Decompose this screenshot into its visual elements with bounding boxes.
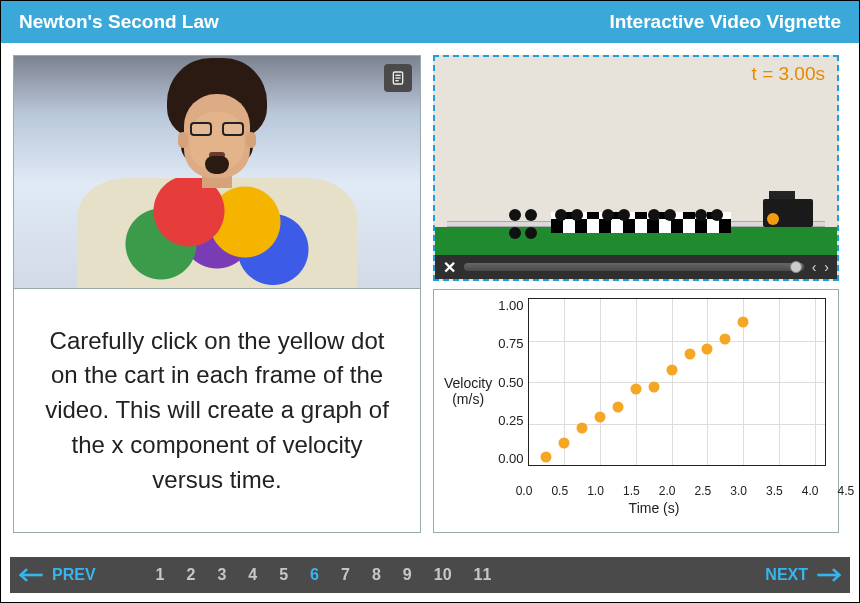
velocity-chart: Velocity (m/s) 1.000.750.500.250.00 0.00… <box>433 289 839 533</box>
data-point <box>720 333 731 344</box>
data-point <box>666 365 677 376</box>
arrow-left-icon <box>18 565 44 585</box>
page-title: Newton's Second Law <box>19 11 219 33</box>
header-bar: Newton's Second Law Interactive Video Vi… <box>1 1 859 43</box>
document-icon <box>390 70 406 86</box>
page-number-11[interactable]: 11 <box>474 566 492 584</box>
data-point <box>684 348 695 359</box>
x-axis-ticks: 0.00.51.01.52.02.53.03.54.04.5 <box>524 484 826 498</box>
prev-button[interactable]: PREV <box>18 565 96 585</box>
time-readout: t = 3.00s <box>752 63 825 85</box>
tracking-video-panel[interactable]: t = 3.00s ✕ ‹ › <box>433 55 839 281</box>
data-point <box>613 401 624 412</box>
close-icon[interactable]: ✕ <box>443 258 456 277</box>
nav-footer: PREV 1234567891011 NEXT <box>10 557 850 593</box>
page-number-10[interactable]: 10 <box>434 566 452 584</box>
arrow-right-icon <box>816 565 842 585</box>
page-subtitle: Interactive Video Vignette <box>609 11 841 33</box>
data-point <box>577 423 588 434</box>
page-number-3[interactable]: 3 <box>217 566 226 584</box>
x-axis-label: Time (s) <box>482 500 826 516</box>
plot-area <box>528 298 826 466</box>
page-number-6[interactable]: 6 <box>310 566 319 584</box>
page-number-8[interactable]: 8 <box>372 566 381 584</box>
data-point <box>559 438 570 449</box>
page-number-5[interactable]: 5 <box>279 566 288 584</box>
page-number-4[interactable]: 4 <box>248 566 257 584</box>
video-controls: ✕ ‹ › <box>435 255 837 279</box>
track-scene <box>435 197 837 255</box>
data-point <box>541 451 552 462</box>
y-axis-label: Velocity (m/s) <box>444 298 492 484</box>
data-point <box>630 383 641 394</box>
transcript-button[interactable] <box>384 64 412 92</box>
page-number-7[interactable]: 7 <box>341 566 350 584</box>
main-area: Carefully click on the yellow dot on the… <box>1 43 859 535</box>
yellow-dot-target[interactable] <box>767 213 779 225</box>
data-point <box>648 381 659 392</box>
frame-next-icon[interactable]: › <box>824 259 829 275</box>
instruction-text: Carefully click on the yellow dot on the… <box>13 289 421 533</box>
page-number-list: 1234567891011 <box>156 566 492 584</box>
presenter-figure <box>77 72 357 288</box>
page-number-9[interactable]: 9 <box>403 566 412 584</box>
scrubber-thumb[interactable] <box>790 261 802 273</box>
data-point <box>702 343 713 354</box>
presenter-video[interactable] <box>13 55 421 289</box>
data-point <box>595 411 606 422</box>
page-number-1[interactable]: 1 <box>156 566 165 584</box>
page-number-2[interactable]: 2 <box>186 566 195 584</box>
frame-prev-icon[interactable]: ‹ <box>812 259 817 275</box>
next-button[interactable]: NEXT <box>765 565 842 585</box>
y-axis-ticks: 1.000.750.500.250.00 <box>492 298 527 466</box>
data-point <box>738 317 749 328</box>
scrubber[interactable] <box>464 263 804 271</box>
